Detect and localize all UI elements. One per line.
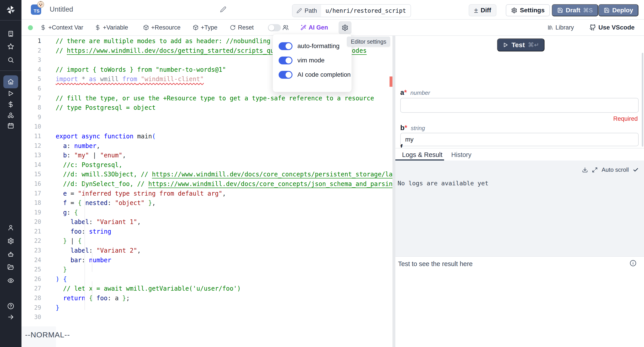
code-text: // fill the type, or use the +Resource t…	[56, 94, 374, 103]
line-number: 2	[22, 46, 41, 56]
ts-badge-label: TS	[34, 8, 40, 14]
save-draft-button[interactable]: Draft ⌘S	[552, 4, 598, 16]
sidebar	[0, 0, 22, 347]
package-icon	[143, 24, 149, 30]
workspace-building-icon[interactable]	[8, 30, 14, 37]
line-number: 9	[22, 112, 41, 122]
line-number: 23	[22, 246, 41, 255]
diff-label: Diff	[481, 7, 491, 14]
edit-title-pencil-icon[interactable]	[220, 6, 226, 12]
line-number: 4	[22, 65, 41, 74]
line-number: 26	[22, 274, 41, 284]
toggle-on[interactable]	[278, 56, 292, 64]
line-number: 13	[22, 150, 41, 160]
reset-label: Reset	[238, 24, 254, 31]
info-icon[interactable]	[630, 260, 636, 266]
code-text: export async function main(	[56, 132, 156, 141]
deploy-button[interactable]: Deploy	[598, 4, 638, 16]
line-number: 29	[22, 303, 41, 312]
expand-logs-icon[interactable]	[592, 167, 598, 173]
ai-gen-button[interactable]: AI Gen	[300, 20, 328, 35]
search-icon[interactable]	[8, 56, 14, 63]
line-number: 16	[22, 179, 41, 189]
code-text: } | {	[56, 236, 82, 246]
folders-icon[interactable]	[8, 264, 14, 270]
tab-logs-and-result[interactable]: Logs & Result	[402, 151, 442, 158]
clipped-field-f-label: f	[400, 143, 414, 148]
code-text: // let x = await wmill.getVariable('u/us…	[56, 284, 241, 293]
line-number: 8	[22, 103, 41, 112]
code-text: return { foo: a };	[56, 293, 130, 303]
collaboration-toggle-off[interactable]	[268, 24, 281, 31]
collapse-arrow-right-icon[interactable]	[8, 314, 14, 320]
run-preview-panel: Test ⌘↵ a * number Required b * string e…	[395, 36, 644, 347]
code-line: 21 foo: string	[22, 227, 392, 236]
line-number: 30	[22, 312, 41, 322]
toggle-on[interactable]	[278, 42, 292, 50]
form-scrollbar[interactable]	[642, 53, 643, 147]
field-b-input[interactable]	[400, 133, 639, 146]
favorites-star-icon[interactable]	[8, 43, 14, 50]
required-asterisk: *	[404, 88, 407, 96]
code-text: }	[56, 265, 67, 274]
code-line: 16 //d: DynSelect_foo, // https://www.wi…	[22, 179, 392, 189]
line-number: 24	[22, 255, 41, 265]
code-text: //d: wmill.S3Object, // https://www.wind…	[56, 170, 392, 179]
ai-robot-icon[interactable]	[8, 251, 14, 258]
code-text: f = { nested: "object" },	[56, 198, 156, 208]
toggle-label: vim mode	[298, 57, 324, 64]
logs-panel: Auto scroll No logs are available yet	[395, 160, 644, 257]
settings-gear-icon[interactable]	[8, 238, 14, 244]
multiplayer-users-icon[interactable]	[282, 20, 289, 35]
path-field[interactable]: Path u/henri/restored_script	[292, 4, 411, 17]
tab-history[interactable]: History	[451, 151, 471, 158]
resources-cubes-icon[interactable]	[8, 112, 14, 119]
code-line: 14 //c: Postgresql,	[22, 160, 392, 170]
diff-button[interactable]: ± Diff	[469, 4, 496, 16]
vim-mode-status: --NORMAL--	[25, 330, 70, 339]
test-label: Test	[512, 41, 524, 49]
user-icon[interactable]	[8, 224, 14, 231]
settings-button[interactable]: Settings	[506, 4, 550, 16]
use-vscode-button[interactable]: Use VScode	[590, 20, 634, 35]
add-context-var-button[interactable]: +Context Var	[40, 20, 83, 35]
use-vscode-label: Use VScode	[598, 24, 634, 31]
test-run-button[interactable]: Test ⌘↵	[497, 38, 544, 52]
code-line: 17 e = "inferred type string from defaul…	[22, 189, 392, 198]
dollar-icon	[95, 24, 100, 30]
add-variable-button[interactable]: +Variable	[95, 20, 128, 35]
audit-eye-icon[interactable]	[8, 277, 14, 284]
variables-dollar-icon[interactable]	[8, 101, 14, 108]
editor-settings-gear-button[interactable]	[338, 21, 352, 34]
line-number: 15	[22, 170, 41, 179]
add-resource-button[interactable]: +Resource	[143, 20, 180, 35]
download-logs-icon[interactable]	[582, 167, 588, 173]
line-number: 17	[22, 189, 41, 198]
indent-guide	[84, 177, 85, 310]
add-type-button[interactable]: +Type	[193, 20, 217, 35]
line-number: 14	[22, 160, 41, 170]
status-green-dot	[28, 25, 33, 30]
windmill-logo-icon[interactable]	[5, 5, 16, 15]
gear-icon	[511, 8, 517, 14]
auto-scroll-checkbox-checked[interactable]	[633, 167, 639, 173]
menu-toggle-vim-mode[interactable]: vim mode	[278, 56, 324, 65]
menu-toggle-ai-code-completion[interactable]: AI code completion	[278, 70, 350, 80]
baby-emoji-badge-icon	[37, 1, 44, 8]
reset-button[interactable]: Reset	[230, 20, 254, 35]
schedules-calendar-icon[interactable]	[8, 122, 14, 129]
panel-resize-divider[interactable]	[392, 36, 395, 347]
runs-play-icon[interactable]	[8, 90, 14, 97]
toggle-on[interactable]	[278, 71, 292, 79]
code-text: foo: string	[56, 227, 111, 236]
sidebar-item-home-active[interactable]	[3, 75, 18, 88]
indent-guide	[92, 253, 92, 272]
code-text: b: "my" | "enum",	[56, 150, 126, 160]
toggle-knob	[268, 25, 274, 31]
library-button[interactable]: Library	[548, 20, 574, 35]
code-line: 26) {	[22, 274, 392, 284]
menu-toggle-auto-formatting[interactable]: auto-formatting	[278, 41, 340, 51]
field-a-input[interactable]	[400, 98, 639, 113]
line-number: 5	[22, 74, 41, 84]
help-icon[interactable]	[8, 303, 14, 310]
